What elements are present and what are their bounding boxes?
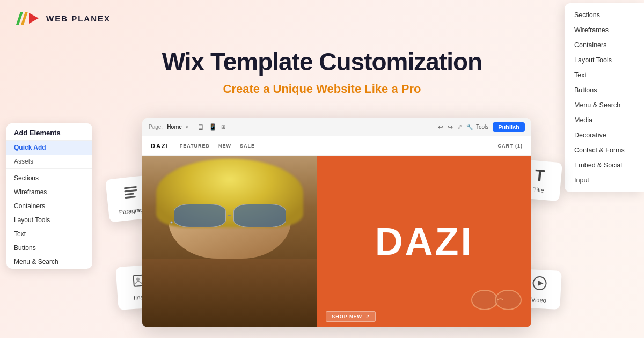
svg-rect-4 [124,189,137,192]
browser-bar: Page: Home ▾ 🖥 📱 ⊞ ↩ ↪ ⤢ 🔧 Tools Publish [142,118,531,136]
brand-name: WEB PLANEX [46,14,111,23]
sidebar-item-sections[interactable]: Sections [6,171,92,185]
sidebar-item-assets[interactable]: Assets [6,155,92,169]
panel-header: Add Elements [6,123,92,141]
page-subtitle: Create a Unique Website Like a Pro [0,82,644,96]
sidebar-item-layout-tools[interactable]: Layout Tools [6,213,92,227]
site-nav: DAZI FEATURED NEW SALE CART (1) [142,136,531,156]
title-icon: T [534,167,545,183]
right-item-media[interactable]: Media [565,113,644,128]
sidebar-item-buttons[interactable]: Buttons [6,241,92,255]
page-name: Home [167,124,182,130]
browser-device-icons: 🖥 📱 ⊞ [197,123,225,131]
shop-now-area: SHOP NEW ↗ [326,311,376,322]
title-card-label: Title [533,186,544,194]
desktop-icon: 🖥 [197,123,204,131]
right-item-decorative[interactable]: Decorative [565,128,644,143]
right-item-text[interactable]: Text [565,68,644,83]
right-item-buttons[interactable]: Buttons [565,83,644,98]
page-main-title: Wix Template Customization [0,48,644,76]
svg-rect-3 [124,186,137,188]
right-item-embed-social[interactable]: Embed & Social [565,158,644,173]
browser-content: DAZI FEATURED NEW SALE CART (1) [142,136,531,327]
undo-icon[interactable]: ↩ [438,123,443,131]
svg-rect-6 [125,196,136,199]
nav-sale[interactable]: SALE [240,143,255,149]
site-nav-links: FEATURED NEW SALE [180,143,255,149]
hero-left-image [142,156,317,327]
left-add-elements-panel: Add Elements Quick Add Assets Sections W… [6,123,92,269]
right-item-contact-forms[interactable]: Contact & Forms [565,143,644,158]
mobile-icon: 📱 [209,123,217,131]
nav-featured[interactable]: FEATURED [180,143,210,149]
paragraph-icon [121,182,141,205]
tools-icon: 🔧 [466,124,473,130]
right-item-containers[interactable]: Containers [565,38,644,53]
video-icon [531,275,548,294]
publish-button[interactable]: Publish [493,122,525,132]
browser-page-label: Page: Home ▾ [149,124,188,130]
right-item-sections[interactable]: Sections [565,8,644,23]
sidebar-item-containers[interactable]: Containers [6,199,92,213]
site-hero: DAZI SHOP NEW ↗ [142,156,531,327]
svg-point-11 [472,290,497,310]
sidebar-item-menu-search[interactable]: Menu & Search [6,255,92,269]
right-item-menu-search[interactable]: Menu & Search [565,98,644,113]
title-area: Wix Template Customization Create a Uniq… [0,48,644,96]
resize-icon: ⤢ [457,123,462,130]
sidebar-item-quick-add[interactable]: Quick Add [6,141,92,155]
tools-label[interactable]: Tools [476,124,488,130]
page-text: Page: [149,124,163,130]
redo-icon[interactable]: ↪ [448,123,453,131]
hero-right: DAZI SHOP NEW ↗ [317,156,531,327]
header: WEB PLANEX [15,10,111,27]
site-brand: DAZI [151,143,169,149]
browser-tools: 🔧 Tools [466,124,488,130]
cart-label[interactable]: CART (1) [498,143,523,149]
svg-point-12 [495,290,521,310]
right-item-layout-tools[interactable]: Layout Tools [565,53,644,68]
svg-marker-2 [29,13,39,24]
right-item-wireframes[interactable]: Wireframes [565,23,644,38]
right-elements-panel: Sections Wireframes Containers Layout To… [565,3,644,192]
glasses-decoration [470,286,523,314]
nav-new[interactable]: NEW [218,143,231,149]
right-item-input[interactable]: Input [565,173,644,188]
svg-rect-5 [125,193,134,195]
expand-icon: ⊞ [221,124,225,130]
sidebar-item-text[interactable]: Text [6,227,92,241]
chevron-down-icon: ▾ [186,124,188,130]
logo [15,10,41,27]
browser-mockup: Page: Home ▾ 🖥 📱 ⊞ ↩ ↪ ⤢ 🔧 Tools Publish… [142,118,531,327]
video-label: Video [531,296,547,303]
hero-dazi-text: DAZI [375,222,474,261]
svg-marker-10 [538,281,544,286]
sidebar-item-wireframes[interactable]: Wireframes [6,185,92,199]
